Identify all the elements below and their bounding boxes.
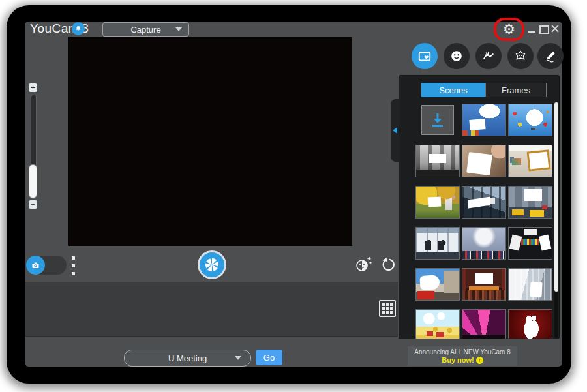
thumbnail-s17[interactable] (508, 309, 552, 339)
thumbnail-s5[interactable] (508, 145, 552, 177)
avatar-monster-icon (513, 49, 528, 63)
camera-video-toggle[interactable] (26, 256, 67, 275)
camera-icon (31, 260, 40, 270)
aperture-icon (202, 255, 222, 275)
thumbnail-s13[interactable] (462, 268, 506, 301)
close-button[interactable] (550, 24, 560, 33)
thumbnail-s4[interactable] (462, 145, 506, 177)
scene-thumbnail-grid (415, 104, 552, 339)
meeting-dropdown-value: U Meeting (168, 354, 207, 363)
bell-icon (74, 25, 82, 33)
face-beautify-button[interactable] (354, 256, 372, 274)
thumbnail-s8[interactable] (508, 186, 552, 219)
minimize-button[interactable] (528, 31, 535, 33)
panel-scrollbar[interactable] (554, 102, 558, 338)
thumbnail-download[interactable] (421, 105, 454, 135)
screenshot-stage: YouCam 8 Capture ⚙ + − (0, 0, 587, 392)
zoom-slider-thumb[interactable] (29, 164, 37, 198)
settings-highlight-annotation: ⚙ (494, 18, 524, 41)
thumbnail-s14[interactable] (508, 268, 552, 301)
panel-scrollbar-thumb[interactable] (554, 102, 558, 292)
video-preview (68, 37, 352, 246)
meeting-dropdown[interactable]: U Meeting (124, 350, 251, 367)
thumbnail-s10[interactable] (462, 227, 506, 260)
go-button[interactable]: Go (256, 350, 282, 365)
category-emotions-button[interactable] (444, 43, 470, 69)
buy-now-link[interactable]: Buy now! (442, 356, 474, 364)
thumbnail-s3[interactable] (415, 145, 460, 177)
zoom-in-button[interactable]: + (29, 83, 37, 92)
chevron-down-icon (235, 356, 241, 360)
thumbnail-s1[interactable] (462, 104, 506, 136)
grid-view-button[interactable] (379, 300, 396, 317)
download-icon (429, 112, 446, 128)
thumbnail-s11[interactable] (508, 227, 552, 260)
gadget-icon (481, 49, 496, 63)
toggle-knob (26, 256, 45, 275)
category-draw-button[interactable] (537, 43, 564, 69)
notifications-button[interactable] (72, 22, 85, 35)
mode-dropdown-value: Capture (130, 25, 160, 35)
reset-rotate-button[interactable] (380, 257, 396, 273)
tab-scenes[interactable]: Scenes (421, 83, 485, 97)
thumbnail-s12[interactable] (415, 268, 460, 301)
smiley-icon (449, 49, 464, 63)
zoom-out-button[interactable]: − (29, 200, 37, 209)
captured-media-strip (25, 282, 398, 337)
thumbnail-s7[interactable] (462, 186, 506, 219)
category-scenes-frames-button[interactable] (412, 43, 438, 69)
more-options-menu[interactable] (72, 256, 76, 280)
upgrade-ad-banner[interactable]: Announcing ALL NEW YouCam 8 Buy now! ↑ (408, 346, 517, 366)
maximize-button[interactable] (539, 25, 549, 34)
arrow-up-icon: ↑ (476, 357, 483, 364)
thumbnail-s15[interactable] (415, 309, 460, 339)
collapse-left-icon (393, 127, 397, 134)
thumbnail-s2[interactable] (508, 104, 552, 136)
category-gadgets-button[interactable] (475, 43, 502, 69)
thumbnail-s6[interactable] (415, 186, 460, 219)
tab-frames[interactable]: Frames (485, 83, 547, 97)
category-avatars-button[interactable] (507, 43, 534, 69)
mode-dropdown[interactable]: Capture (102, 22, 189, 37)
thumbnail-s16[interactable] (462, 309, 506, 339)
settings-gear-icon[interactable]: ⚙ (503, 23, 515, 37)
ad-line1: Announcing ALL NEW YouCam 8 (408, 346, 517, 355)
effects-panel: Scenes Frames (399, 75, 560, 339)
snapshot-button[interactable] (198, 250, 226, 279)
thumbnail-s9[interactable] (415, 227, 460, 260)
pencil-icon (543, 49, 558, 63)
frame-heart-icon (417, 49, 432, 63)
chevron-down-icon (175, 27, 182, 31)
